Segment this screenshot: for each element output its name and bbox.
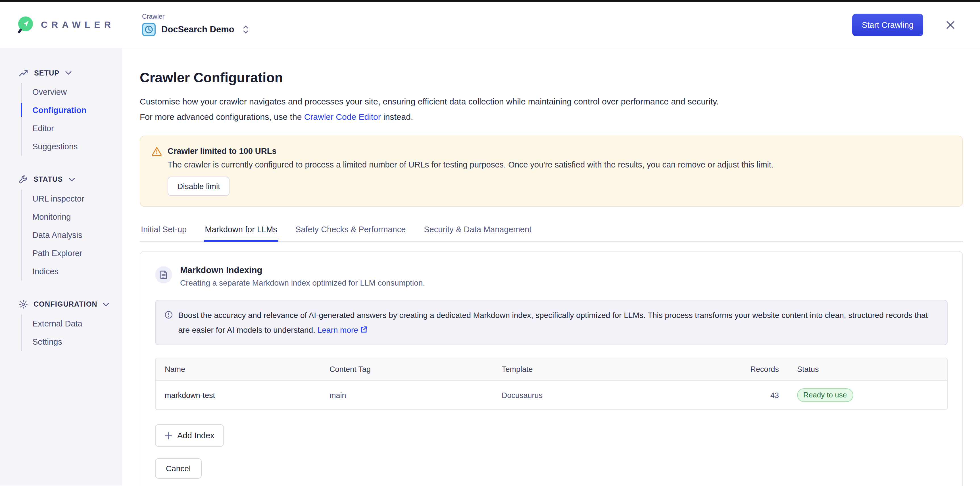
- sidebar-group-configuration-header[interactable]: CONFIGURATION: [19, 300, 122, 309]
- tab-initial-set-up[interactable]: Initial Set-up: [140, 219, 188, 241]
- table-header-row: Name Content Tag Template Records Status: [156, 358, 947, 381]
- close-button[interactable]: [945, 19, 956, 30]
- select-updown-icon: [243, 25, 248, 33]
- card-header: Markdown Indexing Creating a separate Ma…: [155, 265, 948, 287]
- main-content: Crawler Configuration Customise how your…: [122, 48, 980, 486]
- docsearch-app-icon: [142, 23, 156, 37]
- brand-logo: CRAWLER: [17, 16, 140, 33]
- markdown-indexing-card: Markdown Indexing Creating a separate Ma…: [140, 251, 963, 486]
- wrench-icon: [19, 175, 28, 184]
- sidebar-item-path-explorer[interactable]: Path Explorer: [32, 244, 122, 262]
- app-select-dropdown[interactable]: DocSearch Demo: [142, 23, 248, 37]
- brand-wordmark: CRAWLER: [41, 20, 115, 30]
- sidebar: SETUP Overview Configuration Editor Sugg…: [0, 48, 122, 486]
- page-title: Crawler Configuration: [140, 70, 963, 86]
- tab-security-data-management[interactable]: Security & Data Management: [423, 219, 533, 241]
- trend-up-icon: [19, 69, 29, 77]
- card-subtitle: Creating a separate Markdown index optim…: [180, 278, 425, 287]
- gear-icon: [19, 300, 28, 309]
- sidebar-group-label: STATUS: [33, 175, 63, 183]
- chevron-down-icon: [103, 302, 109, 306]
- info-icon: [165, 310, 172, 320]
- column-header-name: Name: [156, 365, 320, 373]
- column-header-records: Records: [697, 365, 788, 373]
- column-header-status: Status: [788, 365, 947, 373]
- sidebar-item-external-data[interactable]: External Data: [32, 314, 122, 333]
- app-select-value: DocSearch Demo: [161, 24, 234, 35]
- sidebar-group-setup-header[interactable]: SETUP: [19, 69, 122, 77]
- sidebar-item-indices[interactable]: Indices: [32, 262, 122, 281]
- plus-icon: [165, 432, 172, 439]
- crawler-logo-icon: [17, 16, 33, 33]
- top-header: CRAWLER Crawler DocSearch Demo Start Cra…: [0, 2, 980, 48]
- info-callout: Boost the accuracy and relevance of AI-g…: [155, 300, 948, 345]
- page-description-line1: Customise how your crawler navigates and…: [140, 94, 963, 109]
- document-icon: [155, 266, 172, 283]
- app-select-label: Crawler: [142, 13, 248, 20]
- configuration-tabs: Initial Set-up Markdown for LLMs Safety …: [140, 219, 963, 242]
- page-description-line2: For more advanced configurations, use th…: [140, 109, 963, 124]
- tab-safety-checks-performance[interactable]: Safety Checks & Performance: [294, 219, 407, 241]
- sidebar-item-data-analysis[interactable]: Data Analysis: [32, 226, 122, 244]
- sidebar-item-suggestions[interactable]: Suggestions: [32, 137, 122, 156]
- crawler-code-editor-link[interactable]: Crawler Code Editor: [304, 112, 381, 122]
- sidebar-group-status-header[interactable]: STATUS: [19, 175, 122, 184]
- start-crawling-button[interactable]: Start Crawling: [852, 13, 923, 36]
- page-description: Customise how your crawler navigates and…: [140, 94, 963, 124]
- sidebar-group-label: CONFIGURATION: [33, 300, 97, 308]
- sidebar-item-configuration[interactable]: Configuration: [32, 101, 122, 119]
- column-header-template: Template: [493, 365, 697, 373]
- crawler-app-select: Crawler DocSearch Demo: [142, 13, 248, 37]
- sidebar-item-monitoring[interactable]: Monitoring: [32, 208, 122, 226]
- cell-index-name: markdown-test: [156, 391, 320, 399]
- cell-template: Docusaurus: [493, 391, 697, 399]
- markdown-index-table: Name Content Tag Template Records Status…: [155, 358, 948, 410]
- url-limit-warning-banner: Crawler limited to 100 URLs The crawler …: [140, 136, 963, 206]
- sidebar-item-overview[interactable]: Overview: [32, 83, 122, 101]
- table-row[interactable]: markdown-test main Docusaurus 43 Ready t…: [156, 381, 947, 409]
- learn-more-link[interactable]: Learn more: [318, 325, 358, 334]
- tab-markdown-for-llms[interactable]: Markdown for LLMs: [204, 219, 278, 241]
- cell-records: 43: [697, 391, 788, 399]
- external-link-icon: [361, 326, 368, 333]
- sidebar-item-url-inspector[interactable]: URL inspector: [32, 190, 122, 208]
- close-icon: [945, 19, 956, 30]
- banner-text: The crawler is currently configured to p…: [168, 160, 951, 169]
- warning-icon: [152, 146, 162, 156]
- card-title: Markdown Indexing: [180, 265, 425, 275]
- app-window: CRAWLER Crawler DocSearch Demo Start Cra…: [0, 0, 980, 486]
- add-index-button[interactable]: Add Index: [155, 424, 224, 447]
- cancel-button[interactable]: Cancel: [155, 458, 201, 479]
- disable-limit-button[interactable]: Disable limit: [168, 176, 230, 196]
- cell-status: Ready to use: [788, 388, 947, 402]
- sidebar-group-status: STATUS URL inspector Monitoring Data Ana…: [19, 175, 122, 281]
- chevron-down-icon: [65, 71, 71, 75]
- chevron-down-icon: [69, 178, 75, 181]
- sidebar-group-setup: SETUP Overview Configuration Editor Sugg…: [19, 69, 122, 156]
- sidebar-group-configuration: CONFIGURATION External Data Settings: [19, 300, 122, 351]
- banner-title: Crawler limited to 100 URLs: [168, 146, 951, 156]
- sidebar-item-settings[interactable]: Settings: [32, 333, 122, 351]
- column-header-content-tag: Content Tag: [320, 365, 493, 373]
- sidebar-group-label: SETUP: [34, 69, 59, 77]
- sidebar-item-editor[interactable]: Editor: [32, 119, 122, 137]
- status-badge: Ready to use: [797, 388, 853, 402]
- cell-content-tag: main: [320, 391, 493, 399]
- info-text: Boost the accuracy and relevance of AI-g…: [178, 308, 938, 337]
